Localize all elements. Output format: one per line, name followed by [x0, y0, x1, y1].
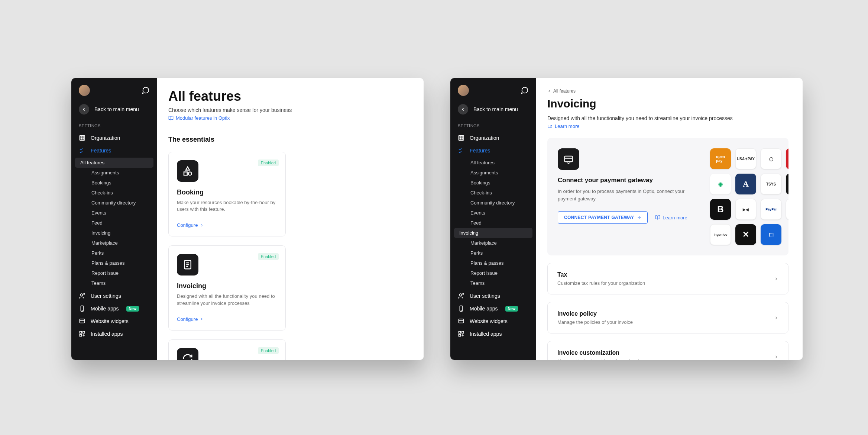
sidebar-item-features[interactable]: Features [71, 144, 157, 157]
sidebar-sub-perks[interactable]: Perks [450, 248, 536, 258]
chat-icon[interactable] [521, 86, 529, 94]
sidebar-sub-events[interactable]: Events [71, 208, 157, 218]
payment-card-icon [558, 148, 579, 170]
modular-features-link[interactable]: Modular features in Optix [168, 115, 409, 121]
enabled-pill: Enabled [258, 347, 279, 354]
chevron-right-icon [200, 317, 204, 321]
invoicing-window: Back to main menu SETTINGS Organization … [450, 78, 803, 360]
essentials-heading: The essentials [168, 136, 409, 144]
mobile-icon [458, 305, 464, 312]
card-desc: Designed with all the functionality you … [177, 293, 277, 306]
sidebar-sub-check-ins[interactable]: Check-ins [450, 188, 536, 198]
sidebar-item-installed-apps[interactable]: Installed apps [450, 328, 536, 340]
sidebar-sub-bookings[interactable]: Bookings [71, 178, 157, 188]
all-features-main: All features Choose which features make … [157, 78, 424, 360]
sidebar-sub-teams[interactable]: Teams [450, 278, 536, 288]
sidebar-sub-feed[interactable]: Feed [71, 218, 157, 228]
back-to-main[interactable]: Back to main menu [450, 100, 536, 121]
sidebar-sub-plans-passes[interactable]: Plans & passes [71, 258, 157, 268]
gateway-logo: USA✦PAY [735, 148, 756, 169]
sidebar-item-mobile-apps[interactable]: Mobile apps New [71, 302, 157, 315]
sidebar-sub-invoicing[interactable]: Invoicing [454, 228, 532, 238]
sidebar-item-installed-apps[interactable]: Installed apps [71, 328, 157, 340]
sidebar-item-organization[interactable]: Organization [71, 132, 157, 144]
widgets-icon [79, 318, 85, 325]
back-to-main[interactable]: Back to main menu [71, 100, 157, 121]
page-title: All features [168, 88, 409, 104]
page-subtitle: Choose which features make sense for you… [168, 107, 409, 113]
sidebar-item-website-widgets[interactable]: Website widgets [450, 315, 536, 328]
sidebar-sub-bookings[interactable]: Bookings [450, 178, 536, 188]
sidebar-sub-community-directory[interactable]: Community directory [450, 198, 536, 208]
settings-row-invoice-customization[interactable]: Invoice customizationManage the look and… [547, 341, 788, 360]
sidebar-sub-assignments[interactable]: Assignments [71, 168, 157, 178]
back-icon [458, 104, 468, 115]
gateway-logo: ✕ [735, 224, 756, 245]
gateway-logos: openpay USA✦PAY ◯ S ◉ A TSYS ★ 🅿 B ▶◀ Pa… [710, 148, 788, 245]
sidebar-sub-perks[interactable]: Perks [71, 248, 157, 258]
sidebar-sub-invoicing[interactable]: Invoicing [71, 228, 157, 238]
gateway-logo: TSYS [761, 174, 781, 194]
sidebar-item-mobile-apps[interactable]: Mobile apps New [450, 302, 536, 315]
learn-more-link[interactable]: Learn more [547, 123, 788, 129]
gateway-logo: ingenico [710, 224, 731, 245]
chevron-right-icon [774, 316, 778, 320]
enabled-pill: Enabled [258, 160, 279, 166]
features-icon [458, 147, 464, 154]
chat-icon[interactable] [142, 86, 150, 94]
sidebar-sub-teams[interactable]: Teams [71, 278, 157, 288]
gateway-logo: ◉ [710, 174, 731, 194]
sidebar-sub-marketplace[interactable]: Marketplace [450, 238, 536, 248]
chevron-right-icon [200, 223, 204, 227]
gateway-logo: PayPal [761, 199, 781, 220]
card-desc: Make your resources bookable by-the-hour… [177, 199, 277, 213]
feature-card-invoicing: Enabled Invoicing Designed with all the … [168, 245, 286, 330]
sidebar-sub-report-issue[interactable]: Report issue [450, 268, 536, 278]
book-icon [168, 116, 174, 121]
configure-link[interactable]: Configure [177, 316, 277, 322]
chevron-right-icon [774, 355, 778, 359]
invoicing-main: All features Invoicing Designed with all… [536, 78, 803, 360]
chevron-left-icon [547, 89, 551, 93]
sidebar-sub-all-features[interactable]: All features [75, 158, 153, 168]
sidebar-sub-all-features[interactable]: All features [450, 158, 536, 168]
features-icon [79, 147, 85, 154]
configure-link[interactable]: Configure [177, 222, 277, 228]
sidebar-sub-marketplace[interactable]: Marketplace [71, 238, 157, 248]
back-icon [79, 104, 89, 115]
sidebar-sub-plans-passes[interactable]: Plans & passes [450, 258, 536, 268]
feature-card-booking: Enabled Booking Make your resources book… [168, 152, 286, 236]
sidebar-sub-community-directory[interactable]: Community directory [71, 198, 157, 208]
sidebar-item-website-widgets[interactable]: Website widgets [71, 315, 157, 328]
avatar[interactable] [458, 85, 469, 96]
organization-icon [458, 135, 464, 141]
sidebar-sub-assignments[interactable]: Assignments [450, 168, 536, 178]
hero-title: Connect your payment gateway [558, 177, 699, 184]
sidebar-item-user-settings[interactable]: User settings [450, 290, 536, 302]
sidebar: Back to main menu SETTINGS Organization … [71, 78, 157, 360]
hero-learn-more-link[interactable]: Learn more [655, 215, 687, 220]
avatar[interactable] [79, 85, 90, 96]
sidebar-sub-events[interactable]: Events [450, 208, 536, 218]
gateway-logo: A [735, 174, 756, 194]
gateway-logo: openpay [710, 148, 731, 169]
gateway-logo: Elav [786, 199, 788, 220]
settings-row-tax[interactable]: TaxCustomize tax rules for your organiza… [547, 263, 788, 294]
mobile-icon [79, 305, 85, 312]
sidebar-item-features[interactable]: Features [450, 144, 536, 157]
enabled-pill: Enabled [258, 253, 279, 260]
plans-icon [177, 348, 198, 360]
connect-gateway-button[interactable]: CONNECT PAYMENT GATEWAY [558, 211, 648, 224]
features-submenu-left: All featuresAssignmentsBookingsCheck-ins… [71, 157, 157, 290]
sidebar-sub-report-issue[interactable]: Report issue [71, 268, 157, 278]
settings-row-invoice-policy[interactable]: Invoice policyManage the policies of you… [547, 302, 788, 334]
breadcrumb[interactable]: All features [547, 88, 788, 94]
sidebar-item-organization[interactable]: Organization [450, 132, 536, 144]
sidebar-item-user-settings[interactable]: User settings [71, 290, 157, 302]
back-label: Back to main menu [94, 106, 139, 112]
card-title: Booking [177, 188, 277, 196]
sidebar-sub-check-ins[interactable]: Check-ins [71, 188, 157, 198]
new-badge: New [126, 306, 139, 312]
sidebar-sub-feed[interactable]: Feed [450, 218, 536, 228]
features-submenu-right: All featuresAssignmentsBookingsCheck-ins… [450, 157, 536, 290]
